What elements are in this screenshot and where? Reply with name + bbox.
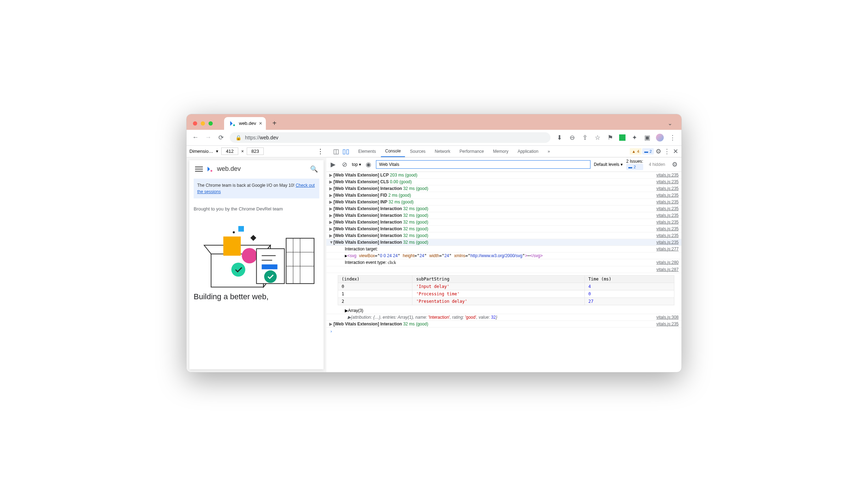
console-prompt[interactable]: › (326, 328, 681, 335)
tab-memory[interactable]: Memory (489, 146, 513, 157)
console-log-row[interactable]: ▶ [Web Vitals Extension] LCP 203 ms (goo… (326, 172, 681, 179)
hidden-count[interactable]: 4 hidden (647, 162, 667, 167)
messages-badge[interactable]: ▬ 2 (642, 148, 654, 155)
source-link[interactable]: vitals.js:235 (656, 233, 679, 238)
console-log-row[interactable]: ▶ [Web Vitals Extension] Interaction 32 … (326, 185, 681, 192)
zoom-icon[interactable]: ⊖ (568, 134, 576, 141)
expand-caret-icon[interactable]: ▶ (329, 199, 333, 204)
close-window-button[interactable] (193, 121, 197, 126)
console-log-row[interactable]: ▼ [Web Vitals Extension] Interaction 32 … (326, 239, 681, 246)
browser-tab[interactable]: web.dev ✕ (224, 117, 266, 130)
tabs-overflow-icon[interactable]: » (543, 146, 554, 157)
svg-point-7 (242, 248, 257, 263)
device-viewport-panel: Dimensio…▾ × ⋮ web.dev 🔍 The Chrome team… (187, 146, 326, 372)
forward-button[interactable]: → (204, 134, 212, 141)
expand-caret-icon[interactable]: ▶ (329, 226, 333, 231)
browser-menu-icon[interactable]: ⋮ (669, 134, 676, 141)
tab-console[interactable]: Console (381, 146, 405, 157)
star-icon[interactable]: ☆ (594, 134, 601, 141)
execution-context[interactable]: top ▾ (352, 162, 361, 167)
console-log-row[interactable]: ▶[Web Vitals Extension] Interaction 32 m… (326, 321, 681, 328)
console-log-row[interactable]: ▶ [Web Vitals Extension] CLS 0.00 (good)… (326, 179, 681, 185)
dimensions-label[interactable]: Dimensio… (189, 149, 213, 154)
extensions-puzzle-icon[interactable]: ✦ (630, 134, 638, 141)
console-filter-input[interactable] (376, 160, 590, 169)
devtools-more-icon[interactable]: ⋮ (663, 147, 671, 155)
expand-caret-icon[interactable]: ▶ (329, 186, 333, 191)
search-icon[interactable]: 🔍 (310, 165, 318, 173)
warnings-badge[interactable]: ▲ 4 (630, 148, 641, 155)
issues-counter[interactable]: 2 Issues: ▬ 2 (626, 159, 643, 170)
source-link[interactable]: vitals.js:277 (656, 247, 679, 251)
clear-console-icon[interactable]: ⊘ (341, 161, 348, 168)
console-log-row[interactable]: ▶ [Web Vitals Extension] Interaction 32 … (326, 206, 681, 212)
source-link[interactable]: vitals.js:235 (656, 322, 679, 326)
profile-avatar[interactable] (656, 134, 664, 141)
inspect-element-icon[interactable]: ◫ (332, 147, 340, 155)
play-icon[interactable]: ▶ (329, 161, 337, 168)
expand-caret-icon[interactable]: ▼ (329, 240, 333, 245)
source-link[interactable]: vitals.js:235 (656, 186, 679, 191)
console-log-row[interactable]: ▶ [Web Vitals Extension] Interaction 32 … (326, 226, 681, 232)
hamburger-menu-icon[interactable] (195, 167, 203, 172)
expand-caret-icon[interactable]: ▶ (329, 213, 333, 218)
viewport-more-icon[interactable]: ⋮ (317, 147, 324, 155)
page-logo-text: web.dev (217, 165, 241, 173)
expand-caret-icon[interactable]: ▶ (329, 220, 333, 225)
source-link[interactable]: vitals.js:235 (656, 179, 679, 184)
source-link[interactable]: vitals.js:235 (656, 240, 679, 245)
extension-square-icon[interactable] (619, 134, 626, 141)
minimize-window-button[interactable] (201, 121, 205, 126)
svg-point-1 (211, 170, 212, 172)
source-link[interactable]: vitals.js:235 (656, 206, 679, 211)
source-link[interactable]: vitals.js:308 (656, 315, 679, 320)
tabs-menu-icon[interactable]: ⌄ (668, 120, 675, 127)
console-log-row[interactable]: ▶ [Web Vitals Extension] Interaction 32 … (326, 232, 681, 239)
log-levels-dropdown[interactable]: Default levels ▾ (594, 162, 623, 167)
console-log-row[interactable]: ▶ [Web Vitals Extension] INP 32 ms (good… (326, 199, 681, 206)
source-link[interactable]: vitals.js:235 (656, 220, 679, 225)
console-log-row[interactable]: ▶ [Web Vitals Extension] Interaction 32 … (326, 212, 681, 219)
source-link[interactable]: vitals.js:235 (656, 199, 679, 204)
back-button[interactable]: ← (192, 134, 199, 141)
source-link[interactable]: vitals.js:235 (656, 226, 679, 231)
download-icon[interactable]: ⬇ (555, 134, 563, 141)
tab-network[interactable]: Network (430, 146, 455, 157)
url-bar[interactable]: 🔒 https://web.dev (230, 132, 550, 143)
expand-caret-icon[interactable]: ▶ (329, 233, 333, 238)
tab-performance[interactable]: Performance (455, 146, 488, 157)
console-log-row[interactable]: ▶ [Web Vitals Extension] FID 2 ms (good)… (326, 192, 681, 199)
browser-window: web.dev ✕ + ⌄ ← → ⟳ 🔒 https://web.dev ⬇ … (186, 114, 682, 372)
source-link[interactable]: vitals.js:287 (656, 267, 679, 272)
share-icon[interactable]: ⇪ (581, 134, 589, 141)
source-link[interactable]: vitals.js:235 (656, 213, 679, 218)
reload-button[interactable]: ⟳ (217, 134, 225, 141)
viewport-width-input[interactable] (221, 147, 238, 155)
new-tab-button[interactable]: + (269, 118, 279, 128)
device-toggle-icon[interactable]: ▯▯ (342, 147, 350, 155)
tab-close-icon[interactable]: ✕ (259, 121, 262, 126)
tab-elements[interactable]: Elements (354, 146, 380, 157)
flag-icon[interactable]: ⚑ (606, 134, 614, 141)
side-panel-icon[interactable]: ▣ (643, 134, 651, 141)
source-link[interactable]: vitals.js:235 (656, 173, 679, 178)
console-output[interactable]: ▶ [Web Vitals Extension] LCP 203 ms (goo… (326, 172, 681, 372)
maximize-window-button[interactable] (209, 121, 213, 126)
console-log-row[interactable]: ▶ [Web Vitals Extension] Interaction 32 … (326, 219, 681, 226)
rendered-page[interactable]: web.dev 🔍 The Chrome team is back at Goo… (189, 160, 324, 369)
console-settings-icon[interactable]: ⚙ (671, 161, 679, 168)
expand-caret-icon[interactable]: ▶ (329, 193, 333, 198)
toolbar-right-icons: ⬇ ⊖ ⇪ ☆ ⚑ ✦ ▣ ⋮ (555, 134, 676, 141)
expand-caret-icon[interactable]: ▶ (329, 206, 333, 211)
tab-sources[interactable]: Sources (406, 146, 430, 157)
console-toolbar: ▶ ⊘ top ▾ ◉ Default levels ▾ 2 Issues: ▬… (326, 157, 681, 172)
live-expression-icon[interactable]: ◉ (365, 161, 372, 168)
devtools-close-icon[interactable]: ✕ (672, 147, 679, 155)
tab-application[interactable]: Application (513, 146, 543, 157)
settings-gear-icon[interactable]: ⚙ (655, 147, 662, 155)
viewport-height-input[interactable] (247, 147, 264, 155)
source-link[interactable]: vitals.js:280 (656, 260, 679, 265)
source-link[interactable]: vitals.js:235 (656, 193, 679, 198)
expand-caret-icon[interactable]: ▶ (329, 179, 333, 184)
expand-caret-icon[interactable]: ▶ (329, 173, 333, 178)
